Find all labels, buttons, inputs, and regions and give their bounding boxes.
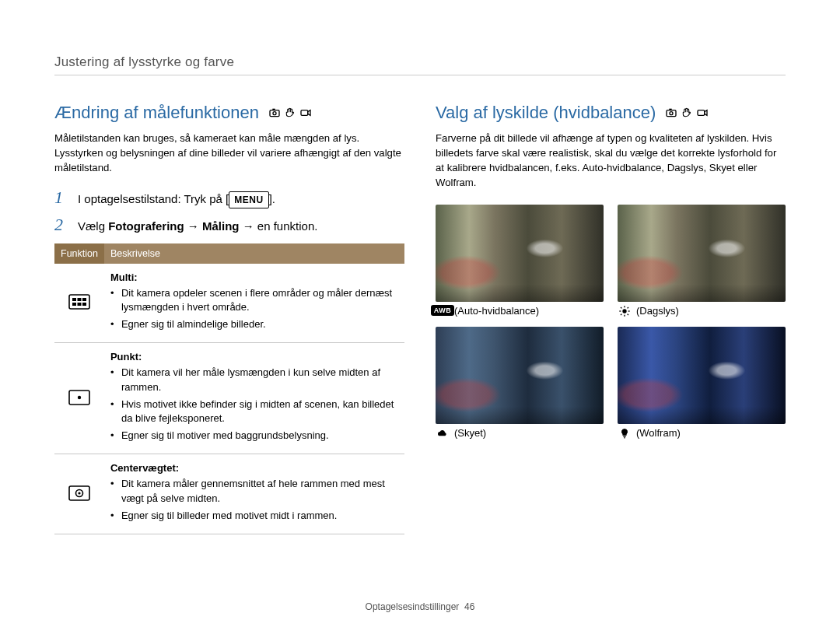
- step-2: 2 Vælg Fotografering → Måling → en funkt…: [54, 216, 404, 236]
- svg-point-12: [78, 396, 81, 399]
- left-title-row: Ændring af målefunktionen: [54, 103, 404, 123]
- footer-page: 46: [464, 601, 474, 612]
- svg-rect-3: [301, 110, 308, 116]
- step1-suffix: ].: [269, 192, 275, 205]
- table-row: Multi: Dit kamera opdeler scenen i flere…: [54, 264, 404, 343]
- table-row: Punkt: Dit kamera vil her måle lysmængde…: [54, 343, 404, 454]
- wb-sample-cloudy: (Skyet): [436, 327, 604, 440]
- center-metering-icon: [68, 485, 90, 501]
- svg-rect-18: [670, 109, 672, 110]
- wb-sample-awb: AWB (Auto-hvidbalance): [436, 205, 604, 317]
- row-bullet: Dit kamera vil her måle lysmængden i kun…: [110, 366, 398, 394]
- svg-line-25: [621, 307, 621, 308]
- right-title-row: Valg af lyskilde (hvidbalance): [436, 103, 786, 123]
- svg-rect-6: [77, 298, 81, 301]
- wb-photo: [436, 205, 604, 302]
- right-intro: Farverne på dit billede vil afhænge af t…: [436, 131, 786, 191]
- spot-metering-icon: [68, 390, 90, 405]
- left-intro: Måletilstanden kan bruges, så kameraet k…: [54, 131, 404, 175]
- breadcrumb: Justering af lysstyrke og farve: [54, 54, 786, 75]
- page-footer: Optagelsesindstillinger 46: [0, 601, 840, 612]
- wb-photo: [618, 205, 786, 302]
- th-function: Funktion: [54, 243, 104, 264]
- footer-section: Optagelsesindstillinger: [366, 601, 460, 612]
- mode-icons-left: [268, 107, 312, 119]
- row-bullet: Egner sig til billeder med motivet midt …: [110, 509, 398, 523]
- svg-rect-0: [270, 110, 279, 117]
- step2-suffix: → en funktion.: [240, 219, 318, 233]
- bulb-icon: [618, 427, 632, 440]
- step2-bold: Fotografering → Måling: [108, 219, 239, 233]
- camera-icon: [268, 107, 281, 119]
- wb-label: (Skyet): [454, 427, 486, 439]
- step1-prefix: I optagelsestilstand: Tryk på [: [78, 192, 229, 205]
- row-name: Centervægtet:: [110, 462, 398, 474]
- step-1: 1 I optagelsestilstand: Tryk på [MENU].: [54, 189, 404, 208]
- svg-point-1: [273, 112, 276, 115]
- menu-button-label: MENU: [229, 191, 268, 208]
- row-bullet: Hvis motivet ikke befinder sig i midten …: [110, 398, 398, 426]
- svg-rect-19: [698, 110, 705, 116]
- multi-metering-icon: [68, 294, 90, 310]
- svg-point-20: [622, 309, 626, 313]
- camera-icon: [665, 107, 677, 119]
- video-icon: [299, 107, 312, 119]
- row-name: Multi:: [110, 271, 398, 283]
- step-2-number: 2: [54, 216, 70, 233]
- svg-point-15: [78, 492, 80, 494]
- wb-label: (Wolfram): [636, 427, 681, 439]
- svg-rect-10: [82, 303, 86, 306]
- awb-icon: AWB: [436, 305, 450, 316]
- right-column: Valg af lyskilde (hvidbalance) Farverne …: [436, 103, 786, 534]
- svg-rect-30: [624, 437, 625, 438]
- wb-label: (Auto-hvidbalance): [454, 305, 539, 317]
- cloud-icon: [436, 427, 450, 440]
- svg-rect-8: [72, 303, 76, 306]
- svg-line-26: [628, 313, 628, 314]
- metering-table: Funktion Beskrivelse Multi: Dit kamera o…: [54, 243, 404, 534]
- wb-photo: [436, 327, 604, 424]
- wb-grid: AWB (Auto-hvidbalance) (Dagslys): [436, 205, 786, 440]
- svg-rect-29: [623, 436, 625, 436]
- right-title: Valg af lyskilde (hvidbalance): [436, 103, 656, 123]
- row-bullet: Egner sig til almindelige billeder.: [110, 317, 398, 331]
- svg-rect-16: [667, 110, 676, 117]
- svg-line-27: [621, 313, 621, 314]
- row-bullet: Egner sig til motiver med baggrundsbelys…: [110, 429, 398, 443]
- step2-prefix: Vælg: [78, 219, 108, 233]
- row-bullet: Dit kamera opdeler scenen i flere område…: [110, 286, 398, 314]
- wb-photo: [618, 327, 786, 424]
- wb-sample-tungsten: (Wolfram): [618, 327, 786, 440]
- svg-rect-2: [272, 109, 275, 110]
- hand-icon: [284, 107, 296, 119]
- sun-icon: [618, 305, 632, 317]
- wb-label: (Dagslys): [636, 305, 679, 317]
- svg-rect-5: [72, 298, 76, 301]
- row-bullet: Dit kamera måler gennemsnittet af hele r…: [110, 477, 398, 505]
- svg-rect-7: [82, 298, 86, 301]
- svg-rect-9: [77, 303, 81, 306]
- left-column: Ændring af målefunktionen Måletilstanden…: [54, 103, 404, 534]
- svg-rect-4: [69, 295, 89, 309]
- mode-icons-right: [665, 107, 709, 119]
- row-name: Punkt:: [110, 351, 398, 363]
- table-row: Centervægtet: Dit kamera måler gennemsni…: [54, 454, 404, 534]
- left-title: Ændring af målefunktionen: [54, 103, 259, 123]
- svg-line-28: [628, 307, 628, 308]
- wb-sample-daylight: (Dagslys): [618, 205, 786, 317]
- th-description: Beskrivelse: [104, 243, 404, 264]
- svg-point-17: [670, 112, 673, 115]
- step-1-number: 1: [54, 189, 70, 206]
- video-icon: [696, 107, 709, 119]
- hand-icon: [681, 107, 693, 119]
